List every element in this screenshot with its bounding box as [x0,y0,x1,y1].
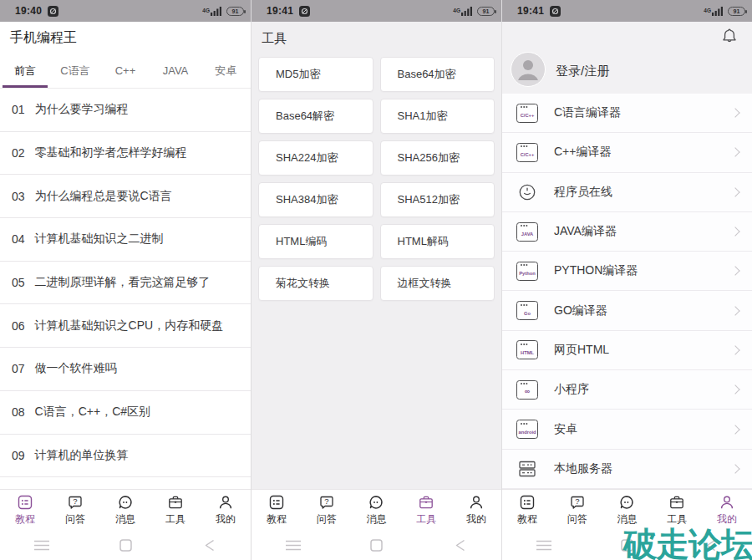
tab-preface[interactable]: 前言 [0,53,50,88]
back-button[interactable] [167,539,251,552]
nav-item-messages[interactable]: 消息 [602,490,653,531]
item-title: 零基础和初学者怎样学好编程 [35,145,187,160]
nav-item-tutorial[interactable]: 教程 [0,490,50,531]
nav-item-tutorial[interactable]: 教程 [502,490,552,531]
tab-java[interactable]: JAVA [150,53,201,88]
android-window-icon: android [516,420,539,439]
tab-android[interactable]: 安卓 [201,53,251,88]
item-title: 为什么编程总是要说C语言 [35,189,172,204]
list-item[interactable]: 05二进制原理详解，看完这篇足够了 [0,262,251,305]
tab-c-language[interactable]: C语言 [50,53,100,88]
list-item-python-compiler[interactable]: Python PYTHON编译器 [502,252,752,291]
recents-button[interactable] [0,540,84,551]
tool-button-border-text-convert[interactable]: 边框文转换 [380,266,495,301]
status-app-icon [48,6,58,17]
tab-cpp[interactable]: C++ [100,53,150,88]
tool-button-sha1-encrypt[interactable]: SHA1加密 [380,99,495,134]
back-button[interactable] [418,539,501,552]
bell-icon[interactable] [720,27,739,48]
chevron-right-icon [730,108,739,117]
tool-button-sha384-encrypt[interactable]: SHA384加密 [258,182,373,217]
list-item-programmer-online[interactable]: 程序员在线 [502,173,752,212]
mine-icon [217,494,234,511]
java-compiler-window-icon: JAVA [516,222,539,242]
list-item[interactable]: 03为什么编程总是要说C语言 [0,175,251,218]
nav-item-mine[interactable]: 我的 [451,490,501,531]
battery-icon: 91 [226,7,244,16]
app-header: 手机编程王 [0,22,251,53]
nav-item-qa[interactable]: ? 问答 [50,490,100,531]
tool-button-sha224-encrypt[interactable]: SHA224加密 [258,140,373,176]
list-item[interactable]: 07做一个软件难吗 [0,348,251,391]
chevron-right-icon [730,464,739,473]
tool-button-sha512-encrypt[interactable]: SHA512加密 [380,182,495,217]
item-title: 为什么要学习编程 [35,102,129,117]
status-bar: 19:41 4G 91 [252,0,501,22]
recents-button[interactable] [502,540,586,551]
nav-item-tools[interactable]: 工具 [401,490,451,531]
nav-item-messages[interactable]: 消息 [352,490,402,531]
item-title: 二进制原理详解，看完这篇足够了 [35,275,211,290]
message-icon [117,494,134,511]
bottom-nav: 教程 ? 问答 消息 工具 我的 [0,489,251,531]
mine-icon [468,494,485,511]
signal-icon: 4G [453,7,473,16]
notification-row [502,22,752,48]
list-item-c-compiler[interactable]: C/C++ C语言编译器 [502,94,752,133]
list-item[interactable]: 01为什么要学习编程 [0,89,251,132]
login-register-link[interactable]: 登录/注册 [556,64,609,79]
tool-button-base64-encrypt[interactable]: Base64加密 [380,57,495,92]
page-title: 工具 [262,31,287,47]
recents-button[interactable] [252,540,335,551]
panel-tools: 19:41 4G 91 工具 MD5加密 Base64加密 Base64解密 S… [251,0,501,560]
list-item-local-server[interactable]: 本地服务器 [502,450,752,489]
list-item-miniprogram[interactable]: ∞ 小程序 [502,370,752,410]
mine-icon [719,494,735,511]
mine-list: C/C++ C语言编译器 C/C++ C++编译器 程序员在线 JAVA JAV… [502,94,752,489]
list-item-java-compiler[interactable]: JAVA JAVA编译器 [502,212,752,252]
list-item[interactable]: 04计算机基础知识之二进制 [0,218,251,262]
qa-icon: ? [318,494,335,511]
list-item[interactable]: 09计算机的单位换算 [0,435,251,478]
tool-button-base64-decrypt[interactable]: Base64解密 [258,99,373,134]
active-tab-underline [3,85,48,88]
server-icon [516,459,539,479]
panel-mine: 19:41 4G 91 登录/注册 C/C++ C语言编译器 [501,0,752,560]
list-item[interactable]: 08C语言，C++，C#区别 [0,391,251,435]
tool-button-html-decode[interactable]: HTML解码 [380,224,495,259]
list-item-go-compiler[interactable]: Go GO编译器 [502,291,752,330]
list-item[interactable]: 06计算机基础知识之CPU，内存和硬盘 [0,304,251,348]
home-button[interactable] [84,539,167,552]
signal-icon: 4G [704,7,724,16]
home-button[interactable] [335,539,419,552]
list-item-android[interactable]: android 安卓 [502,410,752,449]
nav-item-tools[interactable]: 工具 [150,490,201,531]
nav-item-tools[interactable]: 工具 [652,490,702,531]
tool-button-juhua-convert[interactable]: 菊花文转换 [258,266,373,301]
nav-item-qa[interactable]: ? 问答 [302,490,352,531]
system-nav-bar [252,531,501,560]
nav-item-tutorial[interactable]: 教程 [252,490,302,531]
item-number: 09 [12,449,25,462]
tool-button-md5-encrypt[interactable]: MD5加密 [258,57,373,92]
item-title: 计算机基础知识之CPU，内存和硬盘 [35,318,224,333]
tutorial-list: 01为什么要学习编程 02零基础和初学者怎样学好编程 03为什么编程总是要说C语… [0,89,251,489]
tool-button-html-encode[interactable]: HTML编码 [258,224,373,259]
chevron-right-icon [730,345,739,354]
profile-row[interactable]: 登录/注册 [502,48,752,94]
nav-item-mine[interactable]: 我的 [201,490,251,531]
app-screenshot-strip: 19:40 4G 91 手机编程王 前言 C语言 C++ JAVA 安卓 01为… [0,0,752,560]
system-nav-bar [0,531,251,560]
tools-icon [418,494,434,511]
status-time: 19:41 [267,5,293,17]
list-item-cpp-compiler[interactable]: C/C++ C++编译器 [502,133,752,172]
tools-icon [167,494,184,511]
nav-item-mine[interactable]: 我的 [702,490,752,531]
tool-button-sha256-encrypt[interactable]: SHA256加密 [380,140,495,176]
list-item[interactable]: 02零基础和初学者怎样学好编程 [0,132,251,176]
nav-item-messages[interactable]: 消息 [100,490,150,531]
nav-item-qa[interactable]: ? 问答 [552,490,602,531]
message-icon [618,494,635,511]
qa-icon: ? [569,494,586,511]
list-item-web-html[interactable]: HTML 网页HTML [502,331,752,370]
